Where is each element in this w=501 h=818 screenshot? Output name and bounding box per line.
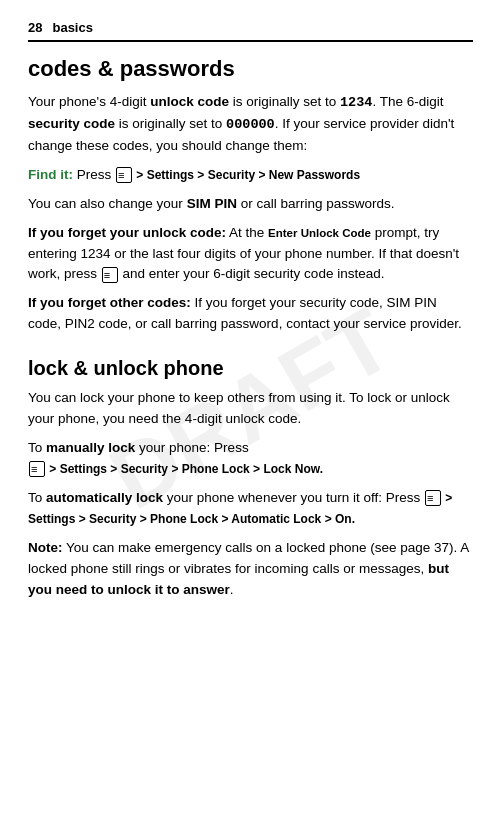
unlock-code-label: unlock code — [150, 94, 229, 109]
forget-other-label: If you forget other codes: — [28, 295, 191, 310]
default-unlock-code: 1234 — [340, 95, 372, 110]
menu-icon-4 — [425, 490, 441, 506]
paragraph-2: You can also change your SIM PIN or call… — [28, 194, 473, 215]
automatically-lock-label: automatically lock — [46, 490, 163, 505]
page-number: 28 — [28, 20, 42, 35]
menu-icon-3 — [29, 461, 45, 477]
security-code-label: security code — [28, 116, 115, 131]
find-it-instruction: Press — [77, 167, 115, 182]
paragraph-6: To manually lock your phone: Press > Set… — [28, 438, 473, 480]
find-it-label: Find it: — [28, 167, 73, 182]
paragraph-8-note: Note: You can make emergency calls on a … — [28, 538, 473, 601]
manually-lock-label: manually lock — [46, 440, 135, 455]
default-security-code: 000000 — [226, 117, 275, 132]
paragraph-1: Your phone's 4-digit unlock code is orig… — [28, 92, 473, 157]
header-label: basics — [52, 20, 92, 35]
note-label: Note: — [28, 540, 63, 555]
paragraph-7: To automatically lock your phone wheneve… — [28, 488, 473, 530]
sim-pin-label: SIM PIN — [187, 196, 237, 211]
forget-unlock-label: If you forget your unlock code: — [28, 225, 226, 240]
section2-title: lock & unlock phone — [28, 357, 473, 380]
manually-lock-nav: > Settings > Security > Phone Lock > Loc… — [46, 462, 323, 476]
page-header: 28 basics — [28, 20, 473, 42]
menu-icon-2 — [102, 267, 118, 283]
paragraph-5: You can lock your phone to keep others f… — [28, 388, 473, 430]
menu-icon-1 — [116, 167, 132, 183]
paragraph-4: If you forget other codes: If you forget… — [28, 293, 473, 335]
enter-unlock-code-prompt: Enter Unlock Code — [268, 227, 371, 239]
paragraph-3: If you forget your unlock code: At the E… — [28, 223, 473, 286]
find-it-nav: > Settings > Security > New Passwords — [133, 168, 360, 182]
find-it-line: Find it: Press > Settings > Security > N… — [28, 165, 473, 186]
section1-title: codes & passwords — [28, 56, 473, 82]
unlock-to-answer-text: but you need to unlock it to answer — [28, 561, 449, 597]
